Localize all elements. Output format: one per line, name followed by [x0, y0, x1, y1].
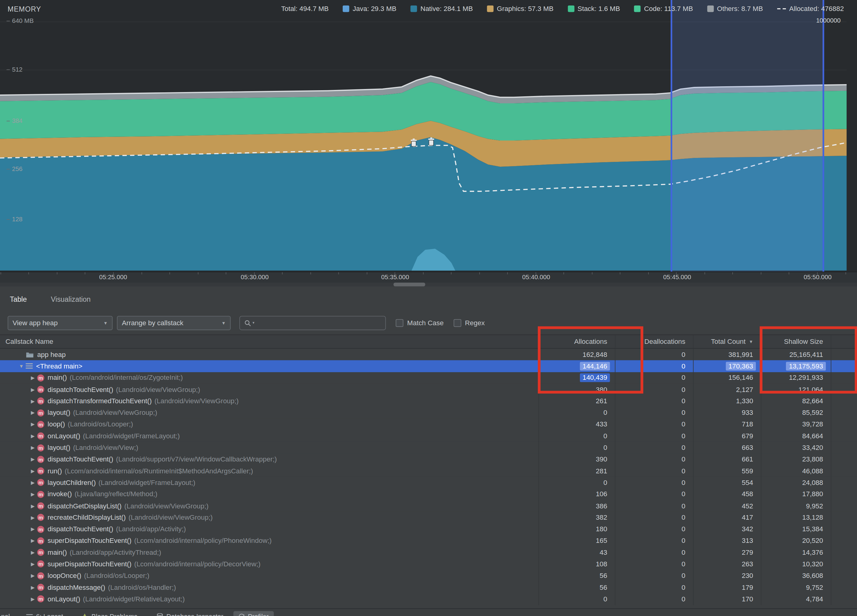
expand-arrow-icon[interactable]: ▶ — [28, 398, 37, 404]
cell-total: 230 — [693, 570, 761, 582]
expand-arrow-icon[interactable]: ▶ — [28, 596, 37, 602]
column-header-callstack-name[interactable]: Callstack Name — [0, 335, 538, 348]
cell-value: 718 — [742, 421, 753, 428]
expand-arrow-icon[interactable]: ▶ — [28, 375, 37, 381]
callstack-class: (Landroid/widget/FrameLayout;) — [99, 479, 195, 486]
table-row[interactable]: ▶mdispatchTouchEvent()(Landroid/view/Vie… — [0, 384, 857, 395]
expand-arrow-icon[interactable]: ▶ — [28, 421, 37, 427]
chart-scrollbar-thumb[interactable] — [394, 283, 425, 287]
table-row[interactable]: ▶mmain()(Landroid/app/ActivityThread;)43… — [0, 547, 857, 558]
y-axis-label: 128 — [7, 216, 23, 222]
table-row[interactable]: ▶monLayout()(Landroid/widget/FrameLayout… — [0, 430, 857, 442]
row-spacer — [831, 512, 857, 523]
expand-arrow-icon[interactable]: ▶ — [28, 445, 37, 451]
callstack-class: (Landroid/view/ViewGroup;) — [128, 514, 212, 521]
expand-arrow-icon[interactable]: ▶ — [28, 503, 37, 509]
heap-folder-icon — [26, 351, 34, 358]
expand-arrow-icon[interactable]: ▶ — [28, 573, 37, 579]
table-row[interactable]: ▶mdispatchGetDisplayList()(Landroid/view… — [0, 500, 857, 512]
expand-arrow-icon[interactable]: ▶ — [28, 515, 37, 520]
table-row[interactable]: ▶mrun()(Lcom/android/internal/os/Runtime… — [0, 465, 857, 477]
callstack-name: main() — [48, 549, 67, 556]
expand-arrow-icon[interactable]: ▶ — [28, 538, 37, 543]
callstack-name: invoke() — [48, 491, 72, 498]
table-row[interactable]: app heap162,8480381,99125,165,411 — [0, 349, 857, 360]
cell-alloc: 261 — [538, 395, 615, 407]
table-row[interactable]: ▶minvoke()(Ljava/lang/reflect/Method;)10… — [0, 488, 857, 500]
expand-arrow-icon[interactable]: ▶ — [28, 492, 37, 497]
cell-dealloc: 0 — [615, 477, 693, 488]
selection-handle-right[interactable] — [823, 0, 824, 272]
expand-arrow-icon[interactable]: ▶ — [28, 387, 37, 392]
expand-arrow-icon[interactable]: ▶ — [28, 562, 37, 567]
expand-arrow-icon[interactable]: ▶ — [28, 480, 37, 485]
cell-value: 10,320 — [802, 560, 823, 568]
cell-value: 108 — [596, 560, 607, 568]
callstack-name: dispatchTouchEvent() — [48, 455, 113, 463]
cell-value: 386 — [596, 502, 607, 509]
cell-value: 15,384 — [802, 525, 823, 533]
cell-shallow: 46,088 — [761, 465, 831, 477]
expand-arrow-icon[interactable]: ▶ — [28, 468, 37, 474]
cell-value: 0 — [682, 572, 685, 579]
selection-handle-left[interactable] — [671, 0, 672, 272]
statusbar-item-6-logcat[interactable]: 6: Logcat — [26, 612, 63, 616]
cell-value: 263 — [742, 560, 753, 568]
cell-shallow: 24,088 — [761, 477, 831, 488]
column-header-total-count[interactable]: Total Count ▼ — [693, 335, 761, 348]
search-box[interactable]: ▾ — [239, 316, 386, 330]
cell-value: 281 — [596, 467, 607, 475]
table-row[interactable]: ▶mmain()(Lcom/android/internal/os/Zygote… — [0, 372, 857, 384]
table-row[interactable]: ▶mdispatchMessage()(Landroid/os/Handler;… — [0, 582, 857, 593]
expand-arrow-icon[interactable]: ▶ — [28, 410, 37, 415]
legend-item: Java: 29.3 MB — [343, 5, 397, 12]
timeline-label: 05:35.000 — [381, 274, 409, 280]
heap-select[interactable]: View app heap ▼ — [8, 316, 113, 330]
dashed-line-swatch-icon — [777, 8, 786, 9]
cell-value: 0 — [682, 351, 685, 358]
collapse-arrow-icon[interactable]: ▼ — [17, 363, 26, 369]
expand-arrow-icon[interactable]: ▶ — [28, 457, 37, 462]
view-tabs: Table Visualization — [0, 287, 857, 312]
cell-dealloc: 0 — [615, 418, 693, 430]
table-row[interactable]: ▶mlayout()(Landroid/view/View;)0066333,4… — [0, 442, 857, 454]
statusbar-item-blaze-problems[interactable]: Blaze Problems — [82, 612, 138, 616]
expand-arrow-icon[interactable]: ▶ — [28, 526, 37, 532]
regex-checkbox[interactable] — [453, 319, 461, 327]
match-case-checkbox[interactable] — [396, 319, 403, 327]
tab-table[interactable]: Table — [10, 295, 27, 303]
legend-label: Stack: 1.6 MB — [577, 5, 620, 12]
sort-descending-icon: ▼ — [749, 339, 753, 344]
timeline-axis[interactable]: 05:25.00005:30.00005:35.00005:40.00005:4… — [0, 272, 857, 283]
cell-shallow: 20,520 — [761, 535, 831, 547]
table-row[interactable]: ▶mlayout()(Landroid/view/ViewGroup;)0093… — [0, 407, 857, 418]
memory-chart-panel[interactable]: MEMORY Total: 494.7 MBJava: 29.3 MBNativ… — [0, 0, 857, 272]
expand-arrow-icon[interactable]: ▶ — [28, 585, 37, 590]
tab-visualization[interactable]: Visualization — [51, 295, 91, 303]
timeline-tick — [226, 272, 226, 274]
table-row[interactable]: ▶mlayoutChildren()(Landroid/widget/Frame… — [0, 477, 857, 488]
table-row[interactable]: ▶monLayout()(Landroid/widget/RelativeLay… — [0, 593, 857, 605]
table-row[interactable]: ▶mdispatchTransformedTouchEvent()(Landro… — [0, 395, 857, 407]
callstack-name: onLayout() — [48, 595, 80, 603]
callstack-name: onLayout() — [48, 432, 80, 440]
selection-region[interactable] — [671, 0, 823, 272]
table-row[interactable]: ▶mrecreateChildDisplayList()(Landroid/vi… — [0, 512, 857, 523]
cell-value: 2,127 — [736, 386, 753, 393]
statusbar-item-database-inspector[interactable]: Database Inspector — [157, 612, 223, 616]
table-row[interactable]: ▶msuperDispatchTouchEvent()(Lcom/android… — [0, 558, 857, 570]
table-row[interactable]: ▶mloop()(Landroid/os/Looper;)433071839,7… — [0, 418, 857, 430]
table-row[interactable]: ▶mdispatchTouchEvent()(Landroid/support/… — [0, 454, 857, 465]
callstack-class: (Landroid/app/ActivityThread;) — [70, 549, 161, 556]
table-row[interactable]: ▶msuperDispatchTouchEvent()(Lcom/android… — [0, 535, 857, 547]
search-input[interactable] — [258, 318, 381, 327]
arrange-select[interactable]: Arrange by callstack ▼ — [117, 316, 231, 330]
row-spacer — [831, 535, 857, 547]
table-row[interactable]: ▶mloopOnce()(Landroid/os/Looper;)5602303… — [0, 570, 857, 582]
table-row[interactable]: ▼<Thread main>144,1460170,36313,175,593 — [0, 360, 857, 372]
expand-arrow-icon[interactable]: ▶ — [28, 434, 37, 439]
statusbar-item-profiler[interactable]: Profiler — [233, 611, 274, 616]
table-row[interactable]: ▶mdispatchTouchEvent()(Landroid/app/Acti… — [0, 523, 857, 535]
statusbar-item-nal[interactable]: nal — [1, 612, 10, 616]
expand-arrow-icon[interactable]: ▶ — [28, 550, 37, 555]
